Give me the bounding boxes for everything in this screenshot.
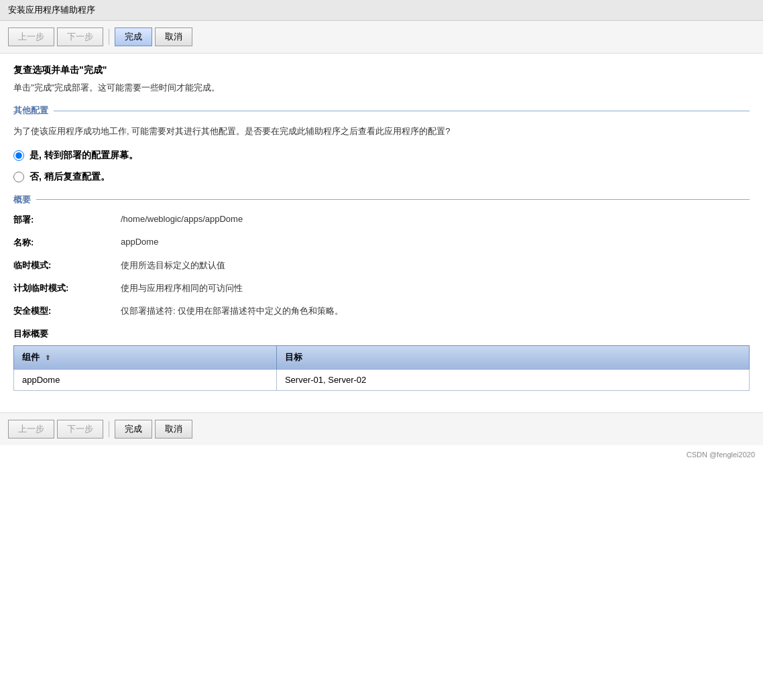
title-bar-label: 安装应用程序辅助程序 [8,5,95,15]
top-toolbar: 上一步 下一步 完成 取消 [0,21,763,54]
radio-yes-label: 是, 转到部署的配置屏幕。 [30,150,138,162]
other-config-label: 其他配置 [13,105,48,117]
td-component: appDome [14,369,277,390]
next-button-bottom[interactable]: 下一步 [57,420,103,439]
summary-value-0: /home/weblogic/apps/appDome [121,214,243,224]
radio-no[interactable] [13,172,24,182]
radio-item-no: 否, 稍后复查配置。 [13,171,750,183]
summary-row-4: 安全模型: 仅部署描述符: 仅使用在部署描述符中定义的角色和策略。 [13,305,750,317]
summary-value-3: 使用与应用程序相同的可访问性 [121,282,243,294]
finish-button-top[interactable]: 完成 [115,27,152,46]
th-target-label: 目标 [285,352,302,362]
target-table: 组件 ⬆ 目标 appDome Server-01, Server-02 [13,345,750,391]
other-config-line [54,111,750,111]
summary-value-1: appDome [121,237,158,247]
sort-icon-component: ⬆ [45,354,50,361]
toolbar-separator-bottom [109,421,109,437]
page-desc: 单击"完成"完成部署。这可能需要一些时间才能完成。 [13,82,750,94]
target-summary-title: 目标概要 [13,328,750,340]
summary-label-0: 部署: [13,214,121,226]
finish-button-bottom[interactable]: 完成 [115,420,152,439]
prev-button-top[interactable]: 上一步 [8,27,54,46]
prev-button-bottom[interactable]: 上一步 [8,420,54,439]
summary-label-4: 安全模型: [13,305,121,317]
summary-value-4: 仅部署描述符: 仅使用在部署描述符中定义的角色和策略。 [121,305,343,317]
table-header-row: 组件 ⬆ 目标 [14,345,750,369]
summary-divider: 概要 [13,194,750,206]
summary-value-2: 使用所选目标定义的默认值 [121,259,225,272]
watermark: CSDN @fenglei2020 [0,445,763,464]
title-bar: 安装应用程序辅助程序 [0,0,763,21]
other-config-divider: 其他配置 [13,105,750,117]
summary-row-1: 名称: appDome [13,237,750,249]
th-component-label: 组件 [22,352,40,362]
radio-item-yes: 是, 转到部署的配置屏幕。 [13,150,750,162]
summary-line [36,199,750,200]
summary-label-3: 计划临时模式: [13,282,121,294]
summary-label: 概要 [13,194,31,206]
summary-row-3: 计划临时模式: 使用与应用程序相同的可访问性 [13,282,750,294]
toolbar-separator-top [109,29,109,45]
summary-section: 部署: /home/weblogic/apps/appDome 名称: appD… [13,214,750,391]
bottom-toolbar: 上一步 下一步 完成 取消 [0,412,763,445]
summary-label-2: 临时模式: [13,259,121,272]
summary-row-2: 临时模式: 使用所选目标定义的默认值 [13,259,750,272]
cancel-button-top[interactable]: 取消 [155,27,192,46]
radio-no-label: 否, 稍后复查配置。 [30,171,110,183]
next-button-top[interactable]: 下一步 [57,27,103,46]
page-heading: 复查选项并单击"完成" [13,64,750,76]
other-config-desc: 为了使该应用程序成功地工作, 可能需要对其进行其他配置。是否要在完成此辅助程序之… [13,125,750,139]
table-row: appDome Server-01, Server-02 [14,369,750,390]
config-radio-group: 是, 转到部署的配置屏幕。 否, 稍后复查配置。 [13,150,750,183]
summary-label-1: 名称: [13,237,121,249]
summary-row-0: 部署: /home/weblogic/apps/appDome [13,214,750,226]
radio-yes[interactable] [13,150,24,161]
main-content: 复查选项并单击"完成" 单击"完成"完成部署。这可能需要一些时间才能完成。 其他… [0,54,763,402]
th-component[interactable]: 组件 ⬆ [14,345,277,369]
th-target[interactable]: 目标 [276,345,749,369]
td-target: Server-01, Server-02 [276,369,749,390]
cancel-button-bottom[interactable]: 取消 [155,420,192,439]
